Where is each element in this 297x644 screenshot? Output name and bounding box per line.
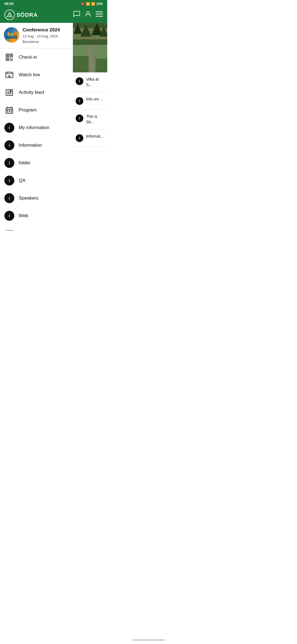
rp-info-icon-infoom: i (76, 97, 83, 105)
menu-item-myinfo[interactable]: i My information (0, 119, 73, 137)
signal-icon: 📶 (91, 2, 95, 6)
svg-rect-40 (11, 111, 12, 112)
svg-rect-39 (9, 111, 10, 112)
menu-list: Check-in Watch live (0, 48, 73, 230)
svg-rect-14 (7, 55, 8, 56)
rp-text-thisis: This is Sö... (86, 114, 105, 125)
menu-item-dialogue[interactable]: Dialogue 61 (0, 225, 73, 230)
svg-rect-21 (6, 72, 13, 78)
info-circle-icon-information: i (4, 140, 14, 150)
rp-item-infoom[interactable]: i Info om ... (73, 92, 107, 110)
menu-item-folder[interactable]: i folder (0, 154, 73, 172)
svg-rect-37 (11, 110, 12, 111)
chat-icon[interactable] (73, 11, 80, 19)
menu-item-web[interactable]: i Web (0, 207, 73, 225)
main-layout: Conference 2024 12 Aug - 15 Aug, 2024 Ba… (0, 23, 107, 230)
info-circle-icon-web: i (4, 211, 14, 221)
svg-rect-8 (7, 32, 10, 36)
mute-icon: 🔇 (81, 2, 85, 6)
menu-label-folder: folder (19, 160, 68, 166)
event-avatar (4, 27, 19, 43)
menu-item-watchlive[interactable]: Watch live (0, 66, 73, 84)
svg-point-1 (9, 14, 11, 16)
app-header: SÖDRA (0, 7, 107, 23)
left-panel: Conference 2024 12 Aug - 15 Aug, 2024 Ba… (0, 23, 73, 230)
event-title: Conference 2024 (23, 27, 60, 33)
youtube-icon (4, 70, 14, 80)
menu-item-qa[interactable]: i QA (0, 172, 73, 189)
status-bar: 09:50 🔇 📶 📶 15% (0, 0, 107, 7)
rp-text-infoom: Info om ... (86, 97, 103, 102)
menu-label-checkin: Check-in (19, 54, 68, 60)
calendar-icon (4, 105, 14, 115)
menu-label-program: Program (19, 107, 68, 113)
menu-item-activityfeed[interactable]: Activity feed (0, 84, 73, 101)
svg-rect-17 (10, 58, 11, 58)
menu-label-activityfeed: Activity feed (19, 90, 68, 95)
event-info: Conference 2024 12 Aug - 15 Aug, 2024 Ba… (23, 27, 60, 44)
rp-item-thisis[interactable]: i This is Sö... (73, 110, 107, 129)
svg-rect-10 (10, 33, 13, 36)
battery-text: 15% (96, 2, 103, 6)
info-circle-icon-myinfo: i (4, 123, 14, 133)
app-logo: SÖDRA (4, 10, 70, 20)
rp-info-icon-vilka: i (76, 77, 83, 85)
right-panel: i Vilka är S... i Info om ... i This is … (73, 23, 107, 230)
event-date: 12 Aug - 15 Aug, 2024 (23, 34, 60, 39)
svg-rect-9 (13, 32, 15, 36)
info-circle-icon-folder: i (4, 158, 14, 168)
svg-rect-30 (10, 90, 12, 92)
menu-label-information: Information (19, 143, 68, 148)
logo-text: SÖDRA (16, 12, 38, 18)
menu-label-myinfo: My information (19, 125, 68, 130)
menu-item-information[interactable]: i Information (0, 137, 73, 154)
feed-icon (4, 88, 14, 97)
menu-item-speakers[interactable]: i Speakers (0, 189, 73, 207)
rp-text-informat: Informat... (86, 134, 103, 139)
menu-item-program[interactable]: Program (0, 101, 73, 119)
svg-rect-61 (96, 59, 107, 72)
right-panel-photo (73, 23, 107, 72)
right-panel-items: i Vilka är S... i Info om ... i This is … (73, 72, 107, 147)
svg-rect-60 (73, 56, 89, 72)
svg-rect-16 (7, 59, 8, 60)
svg-rect-18 (12, 58, 13, 58)
event-avatar-image (4, 27, 19, 43)
menu-label-speakers: Speakers (19, 195, 68, 201)
qr-icon (4, 52, 14, 62)
menu-item-checkin[interactable]: Check-in (0, 48, 73, 66)
dialogue-icon (4, 228, 14, 230)
status-right: 🔇 📶 📶 15% (81, 2, 103, 6)
menu-label-watchlive: Watch live (19, 72, 68, 78)
rp-text-vilka: Vilka är S... (86, 77, 105, 88)
svg-marker-25 (9, 75, 11, 77)
rp-item-informat[interactable]: i Informat... (73, 129, 107, 147)
header-icons (73, 11, 103, 19)
menu-label-web: Web (19, 213, 68, 219)
info-circle-icon-speakers: i (4, 193, 14, 203)
svg-rect-15 (11, 55, 12, 56)
rp-info-icon-thisis: i (76, 114, 83, 122)
menu-label-qa: QA (19, 178, 68, 183)
event-header: Conference 2024 12 Aug - 15 Aug, 2024 Ba… (0, 23, 73, 48)
event-location: Barcelona (23, 39, 60, 45)
hamburger-icon[interactable] (96, 11, 103, 18)
svg-rect-19 (10, 59, 10, 61)
logo-circle (4, 10, 15, 20)
svg-point-2 (87, 12, 89, 14)
rp-item-vilka[interactable]: i Vilka är S... (73, 72, 107, 92)
svg-rect-36 (9, 110, 10, 111)
info-circle-icon-qa: i (4, 176, 14, 185)
status-time: 09:50 (4, 2, 13, 6)
svg-rect-35 (7, 110, 8, 111)
svg-rect-20 (11, 59, 13, 61)
svg-rect-38 (7, 111, 8, 112)
profile-icon[interactable] (85, 11, 91, 19)
rp-info-icon-informat: i (76, 134, 83, 142)
wifi-icon: 📶 (86, 2, 90, 6)
